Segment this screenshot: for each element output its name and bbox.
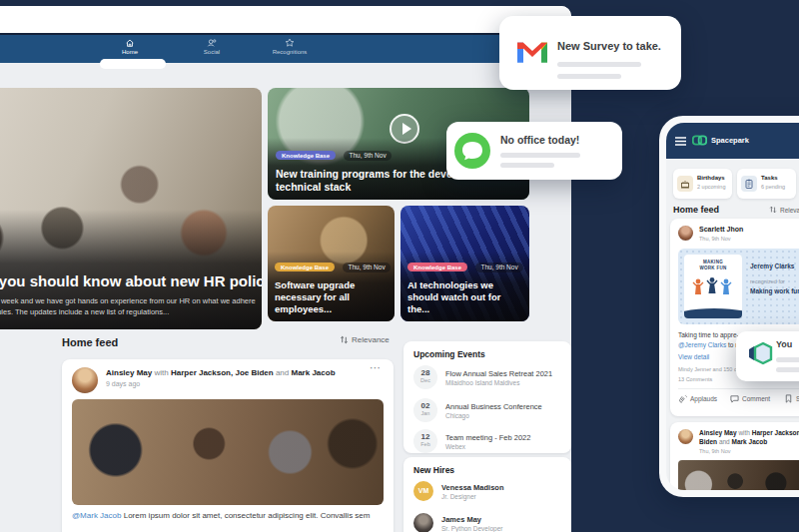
social-icon xyxy=(207,38,217,48)
feed-post-card: Ainsley May with Harper Jackson, Joe Bid… xyxy=(62,359,394,532)
ai-date: Thu, 9th Nov xyxy=(475,263,522,272)
event-row[interactable]: 02Jan Annual Business ConferenceChicago xyxy=(413,398,563,422)
comment-label: Comment xyxy=(742,395,770,402)
comments-count[interactable]: 13 Comments xyxy=(678,376,712,382)
mobile-feed-title: Home feed xyxy=(673,205,719,215)
feed-title: Home feed xyxy=(62,336,118,348)
event-row[interactable]: 12Feb Team meeting - Feb 2022Webex xyxy=(413,429,563,453)
post-menu-button[interactable]: ⋯ xyxy=(370,361,381,374)
training-badge: Knowledge Base xyxy=(276,151,336,160)
tab-home-label: Home xyxy=(100,49,160,55)
event-date-circle: 02Jan xyxy=(413,398,437,422)
phone-screen: Spacepark Birthdays 2 upcoming Tasks 6 p… xyxy=(666,123,799,490)
mobile-post2-photo[interactable] xyxy=(678,460,799,490)
mobile-post-author[interactable]: Scarlett Jhon xyxy=(699,226,743,233)
with-word: with xyxy=(154,368,168,377)
placeholder-line xyxy=(776,357,799,362)
and-word: and xyxy=(719,438,730,445)
tab-home[interactable]: Home xyxy=(100,38,160,55)
hr-policy-description: updated last week and we have got hands … xyxy=(0,295,258,317)
placeholder-line xyxy=(500,163,554,168)
post-caption: @Mark Jacob Lorem ipsum dolor sit amet, … xyxy=(72,511,384,520)
widget-tasks[interactable]: Tasks 6 pending xyxy=(737,169,796,199)
mobile-mention[interactable]: @Jeremy Clarks xyxy=(678,341,726,348)
birthdays-label: Birthdays xyxy=(697,175,725,181)
tab-social[interactable]: Social xyxy=(182,38,242,55)
recognition-label: recognized for xyxy=(750,278,785,284)
hire-row[interactable]: VM Venessa MadisonJr. Designer xyxy=(413,481,563,501)
hr-policy-textblock: Thu, 9th Nov What you should know about … xyxy=(0,262,248,317)
survey-toast[interactable]: New Survey to take. xyxy=(499,16,681,90)
upcoming-events-title: Upcoming Events xyxy=(413,349,485,359)
tab-recognitions[interactable]: Recognitions xyxy=(260,38,320,55)
post2-author[interactable]: Ainsley May xyxy=(699,429,737,436)
event-date-circle: 12Feb xyxy=(413,429,437,453)
ai-textblock: Knowledge Base Thu, 9th Nov AI technolog… xyxy=(407,258,524,315)
mobile-post2-avatar[interactable] xyxy=(678,429,693,444)
news-card-software[interactable]: Knowledge Base Thu, 9th Nov Software upg… xyxy=(268,206,395,321)
applauds-button[interactable]: Applauds xyxy=(678,394,717,403)
comment-button[interactable]: Comment xyxy=(730,394,770,403)
tasks-icon-box xyxy=(741,176,757,192)
poster-title-line2: WORK FUN xyxy=(684,266,742,271)
recognition-banner[interactable]: MAKING WORK FUN Jeremy Clarks recognized… xyxy=(678,249,799,324)
window-top-strip xyxy=(0,6,571,33)
applaud-icon xyxy=(678,394,687,403)
message-bubble-icon xyxy=(454,133,490,169)
applauds-label: Applauds xyxy=(690,395,717,402)
play-icon xyxy=(402,123,411,135)
poster-wave xyxy=(684,308,742,318)
hire-avatar-initials: VM xyxy=(413,481,433,501)
placeholder-line xyxy=(557,62,641,67)
ai-badge: Knowledge Base xyxy=(407,263,467,271)
hire-text: Venessa MadisonJr. Designer xyxy=(441,483,504,500)
post-coauthors-b[interactable]: Mark Jacob xyxy=(292,368,336,377)
hexagon-brand-icon xyxy=(741,341,775,371)
event-date-circle: 28Dec xyxy=(413,365,437,389)
mobile-sort-control[interactable]: Relevance xyxy=(769,206,799,214)
sort-icon xyxy=(769,206,777,214)
comment-icon xyxy=(730,394,739,403)
tab-social-label: Social xyxy=(182,49,242,55)
phone-toast[interactable]: You xyxy=(736,331,799,381)
software-title: Software upgrade necessary for all emplo… xyxy=(275,279,390,315)
recognition-reason: Making work fun xyxy=(750,287,799,294)
software-textblock: Knowledge Base Thu, 9th Nov Software upg… xyxy=(275,258,390,315)
post-photo[interactable] xyxy=(72,399,384,505)
post-caption-text: Lorem ipsum dolor sit amet, consectetur … xyxy=(124,511,371,520)
post-author-line: Ainsley May with Harper Jackson, Joe Bid… xyxy=(106,368,356,377)
post-author-avatar[interactable] xyxy=(72,367,98,393)
reactions-summary[interactable]: Mindy Jenner and 150 o xyxy=(678,366,737,372)
news-card-ai[interactable]: Knowledge Base Thu, 9th Nov AI technolog… xyxy=(400,206,529,321)
software-badge: Knowledge Base xyxy=(275,263,335,271)
event-row[interactable]: 28Dec Flow Annual Sales Retreat 2021Mila… xyxy=(413,365,563,389)
recognition-name: Jeremy Clarks xyxy=(750,263,794,269)
widget-birthdays[interactable]: Birthdays 2 upcoming xyxy=(673,169,732,199)
birthdays-sub: 2 upcoming xyxy=(697,184,725,190)
tab-recognitions-label: Recognitions xyxy=(260,49,320,55)
hamburger-menu-icon[interactable] xyxy=(675,137,686,146)
post2-coauthors-b[interactable]: Mark Jacob xyxy=(732,438,768,445)
mobile-post-card: Scarlett Jhon Thu, 9th Nov MAKING WORK F… xyxy=(670,219,799,416)
event-text: Annual Business ConferenceChicago xyxy=(445,402,542,419)
gmail-icon xyxy=(517,40,547,63)
desktop-app-window: Home Social Recognitions Thu, 9th Nov Wh… xyxy=(0,6,571,532)
and-word: and xyxy=(276,368,289,377)
post-caption-mention[interactable]: @Mark Jacob xyxy=(72,511,121,520)
jumping-people-illustration xyxy=(692,276,734,302)
event-text: Team meeting - Feb 2022Webex xyxy=(445,433,530,450)
save-button[interactable]: Save xyxy=(784,394,799,403)
feed-sort-control[interactable]: Relevance xyxy=(340,335,390,344)
top-navigation-bar: Home Social Recognitions xyxy=(0,35,571,63)
office-toast[interactable]: No office today! xyxy=(446,122,622,180)
post-author[interactable]: Ainsley May xyxy=(106,368,152,377)
tasks-label: Tasks xyxy=(761,175,778,181)
hire-row[interactable]: James MaySr. Python Developer xyxy=(413,513,563,532)
news-card-hr-policy[interactable]: Thu, 9th Nov What you should know about … xyxy=(0,88,262,329)
view-detail-link[interactable]: View detail xyxy=(678,352,709,362)
mobile-post-avatar[interactable] xyxy=(678,226,693,241)
active-tab-indicator xyxy=(100,59,166,69)
hr-policy-date: Thu, 9th Nov xyxy=(0,262,248,268)
phone-toast-title: You xyxy=(776,339,792,349)
post-coauthors-a[interactable]: Harper Jackson, Joe Biden xyxy=(171,368,274,377)
